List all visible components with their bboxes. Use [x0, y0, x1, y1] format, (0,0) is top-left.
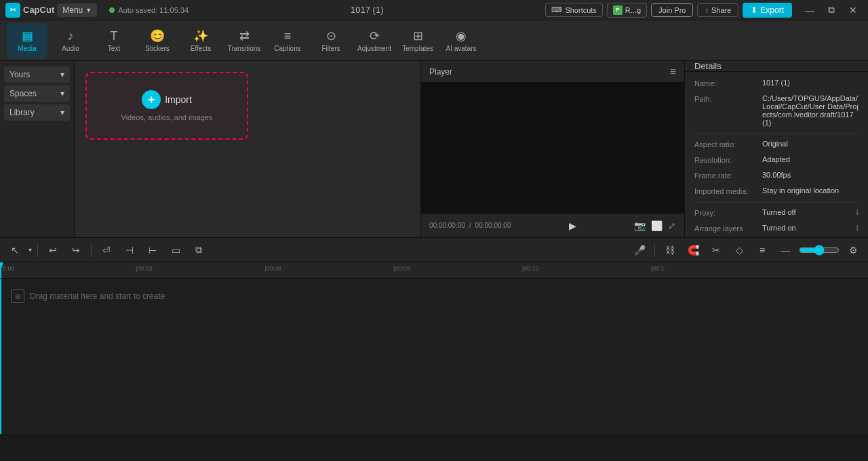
proxy-label: Proxy:	[694, 208, 762, 217]
share-button[interactable]: ↑ Share	[697, 3, 738, 17]
join-pro-button[interactable]: Join Pro	[651, 3, 693, 17]
logo-area: ✂ CapCut Menu ▼	[0, 3, 102, 18]
player-header: Player ≡	[421, 61, 684, 83]
player-time: 00:00:00:00 / 00:00:00:00	[429, 222, 511, 229]
details-body: Name: 1017 (1) Path: C:/Users/TOPGUS/App…	[685, 72, 868, 246]
detail-name-row: Name: 1017 (1)	[694, 79, 859, 87]
trim-end-button[interactable]: ⊢	[143, 241, 162, 260]
share-label: Share	[711, 6, 731, 14]
toolbar-item-adjustment[interactable]: ⟳ Adjustment	[354, 23, 395, 58]
shortcuts-label: Shortcuts	[565, 6, 596, 14]
menu-button[interactable]: Menu ▼	[57, 3, 97, 17]
shortcuts-button[interactable]: ⌨ Shortcuts	[545, 3, 602, 17]
toolbar-item-transitions[interactable]: ⇄ Transitions	[224, 23, 264, 58]
toolbar-item-effects[interactable]: ✨ Effects	[180, 23, 221, 58]
audio-icon: ♪	[63, 28, 78, 43]
toolbar-item-media[interactable]: ▦ Media	[7, 23, 47, 58]
captions-label: Captions	[274, 45, 300, 52]
details-header: Details	[685, 61, 868, 72]
trim-start-button[interactable]: ⊣	[120, 241, 139, 260]
close-button[interactable]: ✕	[844, 1, 863, 20]
chevron-down-icon: ▾	[60, 70, 64, 79]
spaces-label: Spaces	[9, 89, 37, 98]
ruler-tick-12: |00:12	[522, 265, 539, 272]
drag-hint: ⊞ Drag material here and start to create	[0, 284, 868, 308]
undo-button[interactable]: ↩	[43, 241, 62, 260]
toolbar-item-stickers[interactable]: 😊 Stickers	[137, 23, 178, 58]
captions-tl-button[interactable]: ≡	[753, 241, 772, 260]
info-icon[interactable]: ℹ	[856, 208, 859, 217]
titlebar-right: ⌨ Shortcuts P R...g Join Pro ↑ Share ⬇ E…	[545, 1, 868, 20]
toolbar-item-captions[interactable]: ≡ Captions	[267, 23, 308, 58]
select-tool-button[interactable]: ↖	[5, 241, 24, 260]
toolbar-item-text[interactable]: T Text	[94, 23, 134, 58]
toolbar-item-templates[interactable]: ⊞ Templates	[397, 23, 438, 58]
import-plus-icon: +	[142, 90, 161, 109]
delete-button[interactable]: ▭	[166, 241, 185, 260]
magnetic-button[interactable]: 🧲	[684, 241, 703, 260]
player-viewport	[421, 83, 684, 213]
detail-aspect-row: Aspect ratio: Original	[694, 140, 859, 148]
menu-label: Menu	[62, 5, 83, 15]
import-sublabel: Videos, audios, and images	[121, 113, 213, 121]
timeline-body: 0:00 |00:03 |00:06 |00:09 |00:12 |00:1 ⊞…	[0, 262, 868, 434]
link-clips-button[interactable]: ⛓	[660, 241, 679, 260]
ruler-tick-15: |00:1	[651, 265, 665, 272]
titlebar: ✂ CapCut Menu ▼ Auto saved: 11:05:34 101…	[0, 0, 868, 20]
zoom-slider[interactable]	[799, 245, 840, 256]
details-title: Details	[694, 61, 722, 71]
split-button[interactable]: ⏎	[97, 241, 116, 260]
player-time-current: 00:00:00:00	[429, 222, 465, 229]
sidebar-library-button[interactable]: Library ▾	[4, 104, 70, 121]
framerate-label: Frame rate:	[694, 171, 762, 180]
keyframe-button[interactable]: ◇	[730, 241, 749, 260]
timeline-track-area: 0:00 |00:03 |00:06 |00:09 |00:12 |00:1 ⊞…	[0, 262, 868, 434]
toolbar-item-ai-avatars[interactable]: ◉ AI avatars	[441, 23, 481, 58]
player-title: Player	[429, 67, 452, 77]
sidebar-yours-button[interactable]: Yours ▾	[4, 66, 70, 83]
toolbar-item-audio[interactable]: ♪ Audio	[50, 23, 91, 58]
info-icon2[interactable]: ℹ	[856, 224, 859, 233]
playhead-line	[0, 279, 1, 434]
ai-avatars-icon: ◉	[454, 28, 469, 43]
player-controls: 00:00:00:00 / 00:00:00:00 ▶ 📷 ⬜ ⤢	[421, 213, 684, 237]
minimize-button[interactable]: —	[800, 1, 819, 20]
fullscreen-icon[interactable]: ⤢	[668, 220, 676, 231]
adjustment-label: Adjustment	[357, 45, 391, 52]
filters-icon: ⊙	[323, 28, 338, 43]
toolbar-item-filters[interactable]: ⊙ Filters	[311, 23, 351, 58]
resolution-value: Adapted	[762, 155, 859, 163]
restore-button[interactable]: ⧉	[822, 1, 841, 20]
mic-button[interactable]: 🎤	[630, 241, 649, 260]
fit-icon[interactable]: ⬜	[651, 220, 663, 231]
name-label: Name:	[694, 79, 762, 87]
details-panel: Details Name: 1017 (1) Path: C:/Users/TO…	[685, 61, 868, 237]
timeline: ↖ ▾ ↩ ↪ ⏎ ⊣ ⊢ ▭ ⧉ 🎤 ⛓ 🧲 ✂ ◇ ≡ — ⚙	[0, 237, 868, 434]
arrange-label: Arrange layers	[694, 224, 762, 233]
adjustment-icon: ⟳	[367, 28, 382, 43]
media-panel: + Import Videos, audios, and images	[75, 61, 420, 237]
player-menu-icon[interactable]: ≡	[670, 66, 676, 78]
chevron-down-icon[interactable]: ▾	[28, 246, 32, 254]
detail-arrange-row: Arrange layers Turned on ℹ	[694, 224, 859, 233]
screenshot-icon[interactable]: 📷	[634, 220, 646, 231]
ruler-tick-9: |00:09	[393, 265, 410, 272]
pro-badge[interactable]: P R...g	[607, 3, 647, 18]
redo-button[interactable]: ↪	[66, 241, 85, 260]
text-label: Text	[108, 45, 120, 52]
player-time-separator: /	[469, 222, 471, 229]
settings-icon[interactable]: ⚙	[844, 241, 863, 260]
logo-icon: ✂	[5, 3, 20, 18]
duplicate-button[interactable]: ⧉	[189, 241, 208, 260]
sidebar-spaces-button[interactable]: Spaces ▾	[4, 85, 70, 102]
autosave-text: Auto saved: 11:05:34	[118, 6, 189, 14]
import-card[interactable]: + Import Videos, audios, and images	[85, 72, 248, 140]
play-button[interactable]: ▶	[569, 220, 576, 231]
imported-value: Stay in original location	[762, 186, 859, 195]
split-audio-button[interactable]: ✂	[707, 241, 726, 260]
export-button[interactable]: ⬇ Export	[743, 3, 792, 18]
zoom-out-button[interactable]: —	[776, 241, 795, 260]
stickers-icon: 😊	[150, 28, 165, 43]
project-title: 1017 (1)	[189, 5, 545, 15]
pro-icon: P	[613, 5, 623, 15]
